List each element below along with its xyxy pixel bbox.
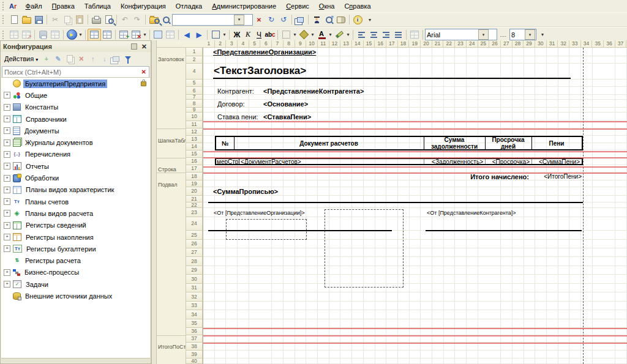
- spell-check-button[interactable]: abc: [265, 29, 276, 40]
- row-header[interactable]: 9: [186, 108, 203, 113]
- row-header[interactable]: 31: [186, 284, 203, 292]
- close-panel-button[interactable]: ✕: [140, 43, 148, 51]
- spreadsheet-editor[interactable]: 1234567891011121314151617181920212223242…: [157, 40, 627, 364]
- row-header[interactable]: 26: [186, 240, 203, 248]
- edit-button[interactable]: ✎: [53, 54, 63, 64]
- column-header[interactable]: 1: [203, 40, 215, 48]
- run-dropdown[interactable]: ▾: [78, 32, 83, 37]
- insert-name-button[interactable]: +: [118, 29, 130, 40]
- toolbar-grip[interactable]: [2, 31, 7, 39]
- sheet-row[interactable]: [203, 275, 627, 284]
- row-header[interactable]: 18: [186, 173, 203, 180]
- column-header[interactable]: 22: [443, 40, 455, 48]
- font-name-dropdown-button[interactable]: ▾: [478, 29, 489, 40]
- column-header[interactable]: 29: [524, 40, 535, 48]
- merge-button[interactable]: [408, 29, 421, 40]
- row-header[interactable]: 19: [186, 180, 203, 187]
- cell-total-label[interactable]: Итого начислено:: [422, 173, 529, 180]
- row-header[interactable]: 4: [186, 64, 203, 80]
- tree-item[interactable]: +ТтРегистры бухгалтерии: [1, 243, 150, 254]
- row-header[interactable]: 14: [186, 143, 203, 150]
- redo-button[interactable]: ↷: [131, 14, 143, 25]
- row-header[interactable]: 30: [186, 275, 203, 284]
- menu-item[interactable]: Справка: [339, 1, 375, 11]
- cell-rate-value[interactable]: <СтавкаПени>: [263, 113, 311, 121]
- copy-button[interactable]: [61, 14, 73, 25]
- tree-item[interactable]: +{..}Перечисления: [1, 149, 150, 160]
- row-header[interactable]: 20: [186, 187, 203, 196]
- highlight-dropdown[interactable]: ▾: [345, 32, 351, 37]
- sheet-row[interactable]: [203, 248, 627, 257]
- column-header[interactable]: 3: [226, 40, 238, 48]
- data-source-button[interactable]: [37, 29, 49, 40]
- cell-counterparty-label[interactable]: Контрагент:: [217, 87, 254, 95]
- tree-item[interactable]: +⇅Регистры расчета: [1, 254, 150, 266]
- expander-plus-icon[interactable]: +: [4, 151, 10, 158]
- row-header[interactable]: 36: [186, 328, 203, 335]
- tree-item[interactable]: +Отчеты: [1, 160, 150, 172]
- header-cell-overdue[interactable]: Просрочка дней: [485, 137, 531, 149]
- align-right-button[interactable]: [380, 29, 392, 40]
- open-object-button[interactable]: [111, 54, 121, 64]
- row-header[interactable]: 17: [186, 165, 203, 173]
- sheet-row[interactable]: [203, 266, 627, 275]
- column-header[interactable]: 25: [478, 40, 490, 48]
- cell-row-penalty[interactable]: <СуммаПени>: [533, 158, 580, 165]
- windows-list-button[interactable]: [294, 14, 306, 25]
- expander-plus-icon[interactable]: +: [4, 198, 10, 205]
- row-header[interactable]: 40: [186, 358, 203, 364]
- cell-amount-in-words[interactable]: <СуммаПрописью>: [213, 188, 278, 195]
- row-header[interactable]: 33: [186, 302, 203, 310]
- toolbar-grip[interactable]: [2, 15, 7, 24]
- menu-item[interactable]: Окна: [314, 1, 340, 11]
- column-header[interactable]: 35: [592, 40, 604, 48]
- insert-object-button[interactable]: [164, 29, 176, 40]
- sheet-row[interactable]: [203, 180, 627, 187]
- cell-signature-right[interactable]: <От [ПредставлениеКонтрагента]>: [427, 210, 516, 216]
- toolbar-grip[interactable]: [2, 2, 7, 10]
- open-button[interactable]: [20, 14, 32, 25]
- row-header[interactable]: 22: [186, 202, 203, 208]
- cell-row-overdue[interactable]: <Просрочка>: [486, 158, 530, 165]
- expander-plus-icon[interactable]: +: [4, 127, 10, 134]
- named-area-dropdown[interactable]: ▾: [222, 32, 227, 37]
- sheet-row[interactable]: [203, 319, 627, 328]
- font-color-button[interactable]: A: [315, 29, 328, 40]
- cut-button[interactable]: ✂: [49, 14, 61, 25]
- column-header[interactable]: 15: [364, 40, 375, 48]
- tree-item[interactable]: +Журналы документов: [1, 136, 150, 148]
- row-header[interactable]: 11: [186, 121, 203, 128]
- column-header[interactable]: 13: [340, 40, 352, 48]
- clear-search-icon[interactable]: ✕: [139, 69, 149, 75]
- row-header[interactable]: 21: [186, 196, 203, 202]
- row-header[interactable]: 25: [186, 231, 203, 240]
- panel-splitter[interactable]: [151, 40, 157, 364]
- borders-button[interactable]: [280, 29, 292, 40]
- column-header[interactable]: 16: [375, 40, 386, 48]
- row-header[interactable]: 38: [186, 343, 203, 351]
- expander-plus-icon[interactable]: +: [4, 222, 10, 229]
- row-header[interactable]: 10: [186, 113, 203, 121]
- row-header[interactable]: 7: [186, 95, 203, 100]
- table-properties-button[interactable]: [49, 29, 61, 40]
- column-header[interactable]: 24: [467, 40, 478, 48]
- find-next-button[interactable]: ↻: [265, 14, 277, 25]
- sheet-row[interactable]: [203, 257, 627, 266]
- tree-item[interactable]: +Общие: [1, 89, 150, 101]
- row-header[interactable]: 5: [186, 80, 203, 87]
- cell-total-value[interactable]: <ИтогоПени>: [530, 173, 582, 180]
- cell-row-debt[interactable]: <Задолженность>: [425, 158, 483, 165]
- cell-title[interactable]: <ТекстЗаголовка>: [214, 65, 306, 77]
- section-label[interactable]: ИтогоПоСтавке: [158, 344, 186, 350]
- search-input[interactable]: [173, 16, 234, 24]
- row-header[interactable]: 12: [186, 128, 203, 136]
- header-cell-penalty[interactable]: Пени: [531, 137, 582, 149]
- menu-item[interactable]: Конфигурация: [116, 1, 171, 11]
- expander-plus-icon[interactable]: +: [4, 269, 10, 276]
- expander-plus-icon[interactable]: +: [4, 139, 10, 146]
- move-up-button[interactable]: ↑: [88, 54, 98, 64]
- pin-icon[interactable]: [131, 43, 137, 50]
- expander-plus-icon[interactable]: +: [4, 281, 10, 288]
- underline-button[interactable]: Ч: [253, 29, 265, 40]
- expander-plus-icon[interactable]: +: [4, 245, 10, 252]
